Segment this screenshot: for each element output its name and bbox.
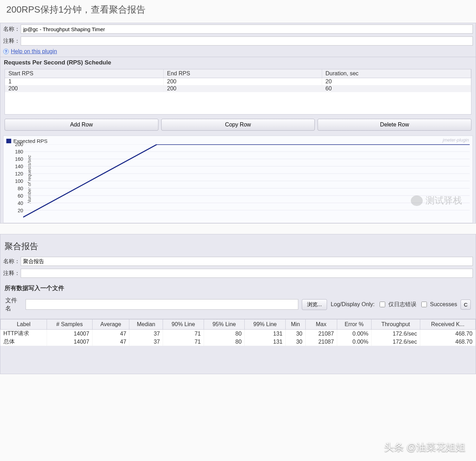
table-row[interactable]: 20020060: [5, 85, 471, 92]
file-row: 文件名 浏览... Log/Display Only: 仅日志错误 Succes…: [0, 294, 476, 315]
ytick-label: 160: [11, 156, 23, 162]
configure-button[interactable]: C: [461, 300, 471, 310]
agg-name-row: 名称：: [0, 255, 476, 267]
aggregate-report-panel: 聚合报告 名称： 注释： 所有数据写入一个文件 文件名 浏览... Log/Di…: [0, 234, 476, 374]
results-table: Label# SamplesAverageMedian90% Line95% L…: [0, 319, 476, 346]
filename-label: 文件名: [5, 296, 22, 312]
col-header[interactable]: Received K...: [420, 319, 475, 330]
ytick-label: 140: [11, 164, 23, 169]
col-header[interactable]: Label: [1, 319, 47, 330]
col-header[interactable]: 90% Line: [163, 319, 204, 330]
rps-schedule-table: Start RPS End RPS Duration, sec 12002020…: [5, 69, 471, 115]
add-row-button[interactable]: Add Row: [5, 119, 158, 131]
plugin-watermark: jmeter-plugin: [443, 137, 469, 143]
wechat-watermark: 测试驿栈: [411, 194, 462, 207]
ytick-label: 180: [11, 149, 23, 154]
errors-only-label: 仅日志错误: [388, 301, 416, 308]
schedule-buttons: Add Row Copy Row Delete Row: [0, 117, 476, 134]
ytick-label: 200: [11, 142, 23, 147]
table-row[interactable]: 总体140074737718013130210870.00%172.6/sec4…: [1, 338, 476, 346]
browse-button[interactable]: 浏览...: [302, 299, 327, 310]
legend-swatch: [6, 139, 11, 143]
col-header[interactable]: 95% Line: [204, 319, 245, 330]
table-row[interactable]: 120020: [5, 78, 471, 85]
col-start-rps[interactable]: Start RPS: [5, 69, 163, 78]
write-file-title: 所有数据写入一个文件: [0, 279, 476, 294]
agg-comment-input[interactable]: [21, 269, 473, 278]
throughput-shaping-timer-panel: 名称： 注释： ? Help on this plugin Requests P…: [0, 23, 476, 223]
ytick-label: 100: [11, 178, 23, 184]
table-header-row: Start RPS End RPS Duration, sec: [5, 69, 471, 78]
agg-comment-label: 注释：: [3, 270, 18, 277]
delete-row-button[interactable]: Delete Row: [318, 119, 471, 131]
aggregate-title: 聚合报告: [0, 234, 476, 255]
errors-only-checkbox[interactable]: [380, 302, 385, 307]
comment-label: 注释：: [3, 37, 18, 45]
comment-input[interactable]: [21, 36, 473, 46]
col-duration[interactable]: Duration, sec: [322, 69, 471, 78]
name-label: 名称：: [3, 26, 18, 33]
filename-input[interactable]: [26, 299, 298, 310]
col-header[interactable]: # Samples: [47, 319, 93, 330]
wechat-icon: [411, 195, 423, 206]
successes-label: Successes: [430, 301, 457, 308]
successes-checkbox[interactable]: [421, 302, 427, 307]
chart-svg: [23, 144, 470, 218]
agg-name-input[interactable]: [21, 257, 473, 266]
agg-name-label: 名称：: [3, 258, 18, 265]
col-header[interactable]: Error %: [337, 319, 371, 330]
col-header[interactable]: Median: [129, 319, 163, 330]
name-input[interactable]: [21, 25, 473, 34]
results-table-wrap: Label# SamplesAverageMedian90% Line95% L…: [0, 319, 476, 346]
ytick-label: 20: [11, 208, 23, 213]
ytick-label: 120: [11, 171, 23, 177]
col-header[interactable]: Average: [92, 319, 129, 330]
copy-row-button[interactable]: Copy Row: [161, 119, 315, 131]
ytick-label: 80: [11, 186, 23, 191]
col-end-rps[interactable]: End RPS: [163, 69, 322, 78]
page-title: 200RPS保持1分钟，查看聚合报告: [0, 0, 476, 23]
table-row[interactable]: HTTP请求140074737718013130210870.00%172.6/…: [1, 330, 476, 338]
col-header[interactable]: Max: [305, 319, 337, 330]
col-header[interactable]: 99% Line: [245, 319, 286, 330]
results-header-row: Label# SamplesAverageMedian90% Line95% L…: [1, 319, 476, 330]
log-display-only-label: Log/Display Only:: [331, 301, 374, 308]
col-header[interactable]: Min: [285, 319, 305, 330]
name-row: 名称：: [0, 23, 476, 35]
help-row: ? Help on this plugin: [0, 47, 476, 57]
rps-chart: Expected RPS jmeter-plugin Number of req…: [3, 136, 473, 223]
rps-schedule-title: Requests Per Second (RPS) Schedule: [0, 57, 476, 68]
help-icon: ?: [3, 49, 9, 54]
agg-comment-row: 注释：: [0, 267, 476, 279]
ytick-label: 40: [11, 200, 23, 206]
help-link[interactable]: Help on this plugin: [11, 48, 57, 55]
comment-row: 注释：: [0, 35, 476, 47]
ytick-label: 60: [11, 193, 23, 199]
col-header[interactable]: Throughput: [371, 319, 420, 330]
